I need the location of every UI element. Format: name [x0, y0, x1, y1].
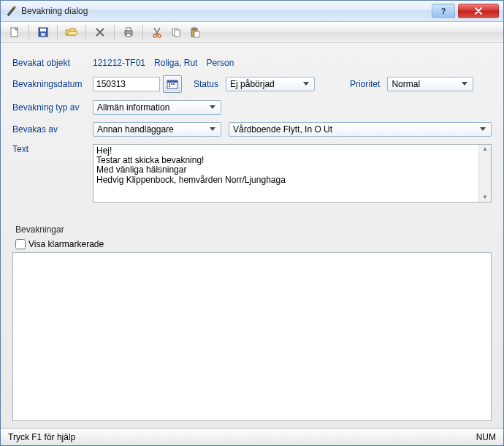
text-area[interactable]: Hej! Testar att skicka bevakning! Med vä…	[93, 144, 492, 203]
chevron-down-icon	[478, 124, 488, 135]
handler-select[interactable]: Annan handläggare	[93, 122, 221, 137]
svg-rect-14	[194, 31, 199, 37]
form-panel: Bevakat objekt 121212-TF01 Roliga, Rut P…	[1, 43, 503, 428]
bevakningar-list[interactable]	[12, 252, 492, 421]
status-hint: Tryck F1 för hjälp	[8, 432, 476, 442]
object-name: Roliga, Rut	[154, 58, 197, 68]
print-button[interactable]	[121, 24, 137, 40]
app-icon	[5, 5, 17, 17]
paste-button[interactable]	[187, 24, 203, 40]
status-label: Status	[194, 79, 218, 89]
type-value: Allmän information	[97, 102, 169, 113]
show-done-label: Visa klarmarkerade	[28, 239, 104, 249]
scroll-up-icon: ▲	[482, 146, 488, 152]
text-content: Hej! Testar att skicka bevakning! Med vä…	[93, 145, 478, 202]
svg-rect-3	[40, 29, 46, 31]
cut-button[interactable]	[149, 24, 165, 40]
save-button[interactable]	[35, 24, 51, 40]
svg-rect-18	[171, 83, 172, 85]
svg-rect-11	[175, 30, 180, 37]
toolbar	[1, 22, 503, 43]
priority-value: Normal	[392, 79, 420, 89]
status-value: Ej påbörjad	[230, 79, 275, 89]
org-select[interactable]: Vårdboende Flytt, In O Ut	[229, 122, 492, 137]
status-num: NUM	[476, 432, 496, 442]
chevron-down-icon	[207, 102, 218, 113]
type-select[interactable]: Allmän information	[93, 100, 221, 115]
svg-rect-13	[193, 28, 196, 30]
date-input[interactable]	[93, 77, 160, 91]
show-done-checkbox[interactable]	[15, 239, 26, 249]
object-id: 121212-TF01	[93, 58, 145, 68]
priority-label: Prioritet	[350, 79, 380, 89]
svg-rect-16	[167, 80, 177, 83]
svg-rect-17	[169, 83, 170, 85]
type-label: Bevakning typ av	[12, 102, 93, 113]
open-button[interactable]	[64, 24, 80, 40]
chevron-down-icon	[207, 124, 218, 135]
by-label: Bevakas av	[12, 124, 93, 135]
scrollbar[interactable]: ▲ ▼	[478, 145, 491, 202]
window-title: Bevakning dialog	[21, 6, 88, 16]
bevakningar-label: Bevakningar	[15, 224, 492, 235]
svg-point-9	[158, 34, 161, 37]
date-label: Bevakningsdatum	[12, 79, 93, 89]
svg-rect-4	[41, 33, 45, 36]
object-kind: Person	[206, 58, 234, 68]
calendar-button[interactable]	[163, 75, 182, 93]
delete-button[interactable]	[92, 24, 108, 40]
object-label: Bevakat objekt	[12, 58, 93, 68]
priority-select[interactable]: Normal	[387, 77, 473, 91]
svg-rect-20	[169, 86, 170, 87]
svg-rect-6	[126, 28, 131, 31]
status-select[interactable]: Ej påbörjad	[226, 77, 315, 91]
titlebar: Bevakning dialog ?	[1, 1, 503, 22]
help-button[interactable]: ?	[432, 4, 455, 18]
svg-point-8	[153, 34, 156, 37]
text-label: Text	[12, 144, 93, 154]
new-button[interactable]	[7, 24, 23, 40]
svg-rect-19	[173, 83, 175, 85]
handler-value: Annan handläggare	[97, 124, 174, 135]
org-value: Vårdboende Flytt, In O Ut	[233, 124, 332, 135]
chevron-down-icon	[301, 79, 311, 89]
copy-button[interactable]	[168, 24, 184, 40]
svg-rect-7	[126, 34, 131, 37]
svg-text:?: ?	[441, 7, 446, 15]
close-button[interactable]	[458, 4, 499, 18]
chevron-down-icon	[459, 79, 470, 89]
scroll-down-icon: ▼	[482, 194, 488, 200]
statusbar: Tryck F1 för hjälp NUM	[1, 428, 503, 445]
